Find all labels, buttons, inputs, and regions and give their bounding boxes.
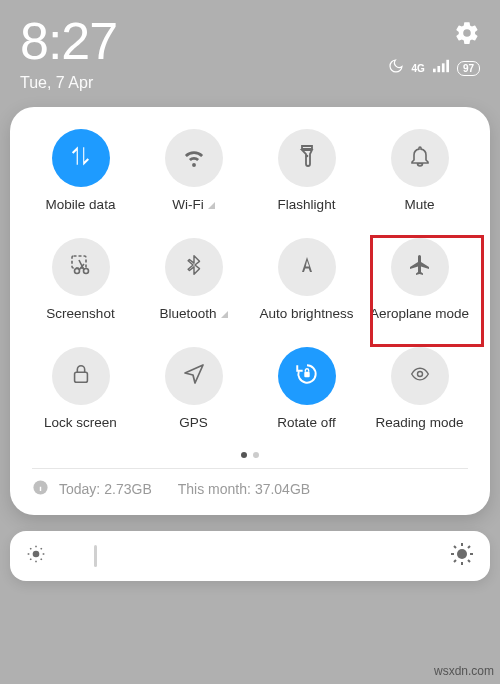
lock-icon xyxy=(70,362,92,390)
status-bar: 8:27 Tue, 7 Apr 4G 97 xyxy=(0,0,500,99)
svg-point-13 xyxy=(457,549,467,559)
tile-label: Mute xyxy=(404,197,434,212)
settings-gear-icon[interactable] xyxy=(454,20,480,50)
tile-label: Rotate off xyxy=(277,415,335,430)
clock-date: Tue, 7 Apr xyxy=(20,75,117,92)
brightness-slider[interactable] xyxy=(10,531,490,581)
dot xyxy=(253,452,259,458)
data-usage-row[interactable]: Today: 2.73GB This month: 37.04GB xyxy=(10,469,490,501)
usage-today-label: Today: xyxy=(59,481,100,497)
tile-label: Reading mode xyxy=(376,415,464,430)
quick-tiles-grid: Mobile data Wi-Fi Flashlight Mute Screen… xyxy=(10,129,490,430)
flashlight-icon xyxy=(295,143,319,173)
screenshot-icon xyxy=(68,253,94,281)
expand-triangle-icon xyxy=(208,202,215,209)
airplane-icon xyxy=(408,253,432,281)
tile-label: Flashlight xyxy=(278,197,336,212)
tile-gps[interactable]: GPS xyxy=(137,347,250,430)
tile-label: Lock screen xyxy=(44,415,117,430)
svg-rect-1 xyxy=(437,66,440,72)
brightness-low-icon xyxy=(26,544,46,568)
usage-today-value: 2.73GB xyxy=(104,481,151,497)
auto-brightness-icon xyxy=(295,253,319,281)
usage-month-label: This month: xyxy=(178,481,251,497)
watermark: wsxdn.com xyxy=(434,664,494,678)
tile-label: Screenshot xyxy=(46,306,114,321)
svg-rect-9 xyxy=(304,372,309,377)
battery-pill: 97 xyxy=(457,61,480,76)
dot-active xyxy=(241,452,247,458)
mobile-data-icon xyxy=(68,143,94,173)
usage-month-value: 37.04GB xyxy=(255,481,310,497)
tile-label: Bluetooth xyxy=(159,306,227,321)
eye-icon xyxy=(407,364,433,388)
tile-lock-screen[interactable]: Lock screen xyxy=(24,347,137,430)
expand-triangle-icon xyxy=(221,311,228,318)
svg-point-4 xyxy=(305,155,308,158)
tile-mobile-data[interactable]: Mobile data xyxy=(24,129,137,212)
brightness-high-icon xyxy=(450,542,474,570)
tile-label: Aeroplane mode xyxy=(370,306,469,321)
svg-point-12 xyxy=(33,551,40,558)
network-type: 4G xyxy=(412,64,425,73)
tile-label: GPS xyxy=(179,415,208,430)
tile-label: Wi-Fi xyxy=(172,197,214,212)
wifi-icon xyxy=(181,143,207,173)
tile-label: Mobile data xyxy=(46,197,116,212)
tile-aeroplane-mode[interactable]: Aeroplane mode xyxy=(363,238,476,321)
svg-rect-5 xyxy=(72,256,86,268)
tile-mute[interactable]: Mute xyxy=(363,129,476,212)
time-block: 8:27 Tue, 7 Apr xyxy=(20,14,117,91)
svg-rect-0 xyxy=(433,69,436,73)
tile-flashlight[interactable]: Flashlight xyxy=(250,129,363,212)
tile-screenshot[interactable]: Screenshot xyxy=(24,238,137,321)
status-icons: 4G 97 xyxy=(388,20,480,78)
tile-label: Auto brightness xyxy=(260,306,354,321)
svg-point-10 xyxy=(417,372,422,377)
tile-rotate-off[interactable]: Rotate off xyxy=(250,347,363,430)
rotate-lock-icon xyxy=(294,361,320,391)
bluetooth-icon xyxy=(183,252,205,282)
tile-wifi[interactable]: Wi-Fi xyxy=(137,129,250,212)
tile-bluetooth[interactable]: Bluetooth xyxy=(137,238,250,321)
page-dots xyxy=(10,452,490,458)
tile-auto-brightness[interactable]: Auto brightness xyxy=(250,238,363,321)
signal-bars-icon xyxy=(433,59,449,77)
gps-arrow-icon xyxy=(182,362,206,390)
brightness-thumb[interactable] xyxy=(94,545,97,567)
info-icon xyxy=(32,479,49,499)
svg-rect-3 xyxy=(446,60,449,72)
svg-rect-2 xyxy=(442,63,445,72)
svg-rect-8 xyxy=(74,373,87,383)
clock-time: 8:27 xyxy=(20,14,117,69)
dnd-moon-icon xyxy=(388,58,404,78)
tile-reading-mode[interactable]: Reading mode xyxy=(363,347,476,430)
bell-mute-icon xyxy=(408,144,432,172)
quick-settings-panel: Mobile data Wi-Fi Flashlight Mute Screen… xyxy=(10,107,490,515)
